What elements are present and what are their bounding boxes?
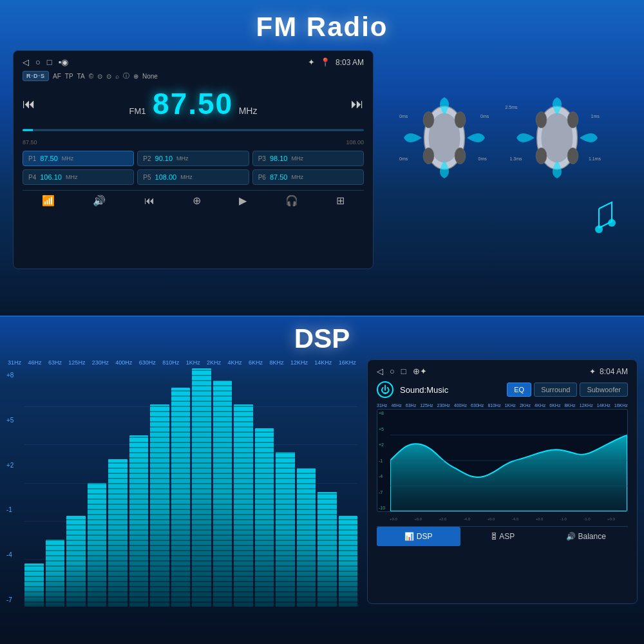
info-btn[interactable]: ⓘ — [123, 71, 129, 80]
eq-bar-1[interactable] — [46, 368, 65, 607]
dsp-circle-icon[interactable]: ○ — [390, 366, 395, 376]
eq-bar-10[interactable] — [234, 368, 253, 607]
bottom-tab-asp[interactable]: 🎛 ASP — [460, 527, 544, 546]
ta-btn[interactable]: TA — [77, 73, 85, 80]
back-icon[interactable]: ◁ — [23, 57, 29, 67]
dsp-square-icon[interactable]: □ — [401, 366, 406, 376]
location-icon: 📍 — [320, 57, 330, 67]
search-icon[interactable]: ⌕ — [115, 73, 119, 80]
dsp-screen: ◁ ○ □ ⊕✦ ✦ 8:04 AM ⏻ Sound:Music EQ Surr… — [367, 359, 638, 604]
freq-labels: 87.50 108.00 — [23, 139, 364, 146]
fm-nav-icons: ◁ ○ □ ▪◉ — [23, 57, 68, 67]
menu-icon[interactable]: ▪◉ — [59, 57, 69, 67]
preset-p3-freq: 98.10 — [270, 155, 288, 162]
dsp-status-bar: ◁ ○ □ ⊕✦ ✦ 8:04 AM — [377, 366, 628, 376]
preset-p3-label: P3 — [258, 155, 266, 162]
tab-subwoofer[interactable]: Subwoofer — [580, 383, 628, 397]
eq-bar-13[interactable] — [297, 368, 316, 607]
tp-btn[interactable]: TP — [65, 73, 73, 80]
svg-point-2 — [423, 111, 434, 128]
square-icon[interactable]: □ — [47, 57, 52, 67]
eq-bar-11[interactable] — [255, 368, 274, 607]
zoom-icon[interactable]: ⊕ — [193, 194, 201, 207]
preset-p4[interactable]: P4 106.10 MHz — [23, 169, 134, 185]
preset-p5-label: P5 — [143, 174, 151, 181]
fm-frequency: 87.50 — [153, 87, 233, 120]
eq-freq-labels: 31Hz 46Hz 63Hz 125Hz 230Hz 400Hz 630Hz 8… — [6, 359, 357, 366]
preset-p2[interactable]: P2 90.10 MHz — [137, 151, 249, 166]
none-label: None — [142, 73, 158, 80]
car-diagram-svg: 0ms 0ms 0ms 0ms — [386, 86, 631, 279]
preset-p6[interactable]: P6 87.50 MHz — [252, 169, 364, 185]
preset-p1[interactable]: P1 87.50 MHz — [23, 151, 134, 166]
speaker-icon[interactable]: 🔊 — [93, 194, 106, 207]
dsp-back-icon[interactable]: ◁ — [377, 366, 383, 376]
preset-p5[interactable]: P5 108.00 MHz — [137, 169, 249, 185]
equalizer-icon[interactable]: ⊞ — [336, 194, 345, 207]
fm-screen: ◁ ○ □ ▪◉ ✦ 📍 8:03 AM R·D·S AF TP TA © ⊙ — [13, 50, 374, 269]
dsp-usb-icon: ⊕✦ — [413, 366, 427, 376]
preset-p6-unit: MHz — [291, 174, 303, 180]
freq-400hz: 400Hz — [115, 359, 132, 366]
mini-eq-freq-row: 31Hz 46Hz 63Hz 125Hz 230Hz 400Hz 630Hz 8… — [377, 403, 628, 408]
sound-label: Sound:Music — [400, 385, 448, 395]
eq-bar-6[interactable] — [150, 368, 169, 607]
mini-eq-y-labels: +8 +5 +2 -1 -4 -7 -10 — [379, 410, 385, 511]
y-label-neg4: -4 — [6, 551, 23, 558]
eq-bar-0[interactable] — [24, 368, 44, 607]
eq-y-labels: +8 +5 +2 -1 -4 -7 — [6, 368, 23, 607]
power-button[interactable]: ⏻ — [377, 381, 393, 398]
svg-text:1.1ms: 1.1ms — [589, 156, 601, 161]
eq-bar-8[interactable] — [192, 368, 211, 607]
svg-point-4 — [423, 147, 434, 164]
freq-2khz: 2KHz — [207, 359, 221, 366]
skip-forward-icon[interactable]: ▶ — [239, 194, 247, 207]
svg-text:0ms: 0ms — [399, 156, 408, 161]
eq-bar-2[interactable] — [66, 368, 86, 607]
circle-icon[interactable]: ○ — [35, 57, 41, 67]
mini-eq-display[interactable]: +8 +5 +2 -1 -4 -7 -10 — [377, 409, 628, 512]
circle1-btn[interactable]: ⊙ — [97, 73, 102, 80]
eq-grid: +8 +5 +2 -1 -4 -7 — [6, 368, 357, 607]
bottom-tab-dsp[interactable]: 📊 DSP — [377, 527, 460, 546]
af-btn[interactable]: AF — [53, 73, 61, 80]
c-btn[interactable]: © — [89, 73, 93, 80]
eq-bar-4[interactable] — [108, 368, 128, 607]
rewind-button[interactable]: ⏮ — [23, 97, 35, 111]
wifi-icon[interactable]: 📶 — [42, 194, 55, 207]
circle2-btn[interactable]: ⊙ — [106, 73, 111, 80]
eq-bar-3[interactable] — [88, 368, 107, 607]
fm-slider[interactable] — [23, 125, 364, 135]
eq-bar-9[interactable] — [213, 368, 232, 607]
eq-bar-14[interactable] — [317, 368, 337, 607]
freq-810hz: 810Hz — [162, 359, 179, 366]
eq-bar-5[interactable] — [129, 368, 149, 607]
svg-text:1.3ms: 1.3ms — [510, 156, 523, 161]
skip-back-icon[interactable]: ⏮ — [144, 195, 155, 207]
y-label-8: +8 — [6, 372, 23, 379]
eq-bar-7[interactable] — [171, 368, 191, 607]
rds-badge[interactable]: R·D·S — [23, 71, 49, 81]
fm-band: FM1 — [129, 106, 146, 116]
fm-func-row: R·D·S AF TP TA © ⊙ ⊙ ⌕ ⓘ ⊕ None — [23, 71, 364, 81]
preset-p4-unit: MHz — [66, 174, 78, 180]
preset-p3[interactable]: P3 98.10 MHz — [252, 151, 364, 166]
eq-bar-12[interactable] — [276, 368, 295, 607]
eq-bars-area — [24, 368, 357, 607]
svg-point-3 — [455, 111, 466, 128]
svg-point-13 — [567, 111, 578, 128]
preset-p2-freq: 90.10 — [155, 155, 173, 162]
bluetooth-icon: ✦ — [308, 57, 315, 67]
eq-bar-15[interactable] — [339, 368, 358, 607]
svg-point-14 — [536, 147, 547, 164]
forward-button[interactable]: ⏭ — [351, 97, 364, 111]
tab-surround[interactable]: Surround — [534, 383, 577, 397]
y-label-5: +5 — [6, 417, 23, 424]
svg-text:2.5ms: 2.5ms — [506, 105, 518, 109]
preset-p1-freq: 87.50 — [40, 155, 58, 162]
headphones-icon[interactable]: 🎧 — [285, 194, 298, 207]
y-label-neg1: -1 — [6, 506, 23, 513]
tab-eq[interactable]: EQ — [507, 383, 531, 397]
bottom-tab-balance[interactable]: 🔊 Balance — [544, 527, 628, 546]
volume-btn[interactable]: ⊕ — [133, 73, 138, 80]
